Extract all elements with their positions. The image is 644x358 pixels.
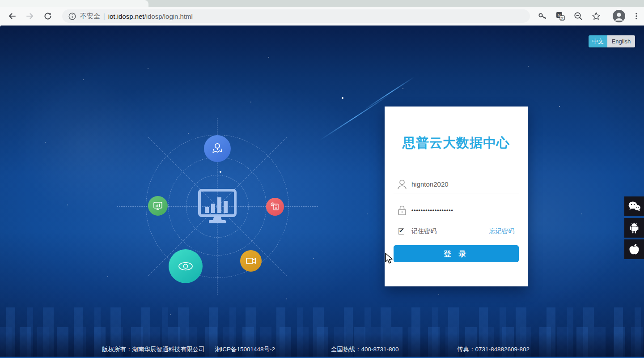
bookmark-star-button[interactable] — [590, 10, 602, 22]
video-camera-icon — [244, 254, 258, 268]
footer-hotline: 全国热线：400-8731-800 — [331, 345, 399, 354]
apple-button[interactable] — [624, 239, 644, 259]
login-page: 中文 English 思普云大数据中心 ✔ 记住密码 忘记密码 登 录 — [0, 26, 644, 358]
eye-monitoring-node — [169, 249, 203, 283]
device-monitor-node — [148, 196, 168, 216]
url-separator: | — [103, 13, 105, 20]
map-location-node — [204, 135, 231, 162]
url-host: iot.idosp.net — [108, 13, 144, 20]
dashboard-monitor-icon — [198, 189, 237, 224]
security-label: 不安全 — [80, 12, 100, 21]
browser-active-tab[interactable] — [0, 0, 148, 7]
android-button[interactable] — [624, 218, 644, 238]
eye-icon — [176, 256, 195, 276]
report-document-icon — [270, 201, 280, 212]
profile-button[interactable] — [612, 9, 626, 23]
android-icon — [628, 222, 640, 234]
password-field-row — [394, 201, 519, 219]
wechat-icon — [627, 200, 641, 212]
kebab-menu-icon — [632, 12, 640, 20]
svg-text:文: 文 — [560, 16, 564, 20]
report-document-node — [266, 198, 284, 216]
remember-label: 记住密码 — [411, 227, 436, 235]
page-title: 思普云大数据中心 — [385, 134, 528, 152]
forward-button[interactable] — [24, 10, 36, 22]
footer: 版权所有：湖南华辰智通科技有限公司 湘ICP备15001448号-2 全国热线：… — [0, 345, 644, 353]
key-icon — [538, 11, 547, 21]
back-button[interactable] — [6, 10, 18, 22]
username-field-row — [394, 175, 519, 193]
chrome-menu-button[interactable] — [630, 10, 643, 22]
zoom-out-icon — [573, 11, 583, 21]
browser-tab-strip — [0, 0, 644, 7]
username-input[interactable] — [411, 180, 510, 188]
page-info-icon[interactable] — [68, 13, 76, 20]
language-toggle: 中文 English — [589, 35, 635, 47]
password-input[interactable] — [411, 207, 510, 213]
footer-copyright: 版权所有：湖南华辰智通科技有限公司 — [102, 345, 205, 354]
video-camera-node — [240, 250, 262, 272]
user-icon — [396, 179, 408, 190]
login-card: 思普云大数据中心 ✔ 记住密码 忘记密码 登 录 — [385, 107, 528, 286]
translate-icon: G 文 — [555, 11, 565, 21]
reload-icon — [43, 12, 52, 21]
social-rail — [624, 196, 644, 259]
apple-icon — [628, 243, 640, 256]
footer-icp-number: 湘ICP备15001448号-2 — [215, 345, 275, 354]
login-button[interactable]: 登 录 — [394, 245, 519, 262]
remember-checkbox[interactable]: ✔ — [398, 228, 404, 234]
reload-button[interactable] — [42, 10, 54, 22]
back-arrow-icon — [8, 12, 17, 21]
url-path: /idosp/login.html — [144, 13, 193, 20]
profile-avatar-icon — [612, 9, 626, 23]
zoom-out-button[interactable] — [572, 10, 585, 22]
footer-fax: 传真：0731-84882609-802 — [457, 345, 530, 354]
map-location-icon — [210, 141, 225, 156]
forgot-password-link[interactable]: 忘记密码 — [489, 227, 514, 235]
remember-row: ✔ 记住密码 忘记密码 — [394, 226, 519, 236]
translate-button[interactable]: G 文 — [554, 10, 567, 22]
lang-english-button[interactable]: English — [607, 35, 635, 47]
background-stars — [0, 26, 1, 26]
browser-toolbar: 不安全 | iot.idosp.net/idosp/login.html G 文 — [0, 7, 644, 26]
address-bar[interactable]: 不安全 | iot.idosp.net/idosp/login.html — [62, 9, 530, 23]
wechat-button[interactable] — [624, 196, 644, 216]
mouse-cursor — [384, 253, 394, 264]
checkbox-check-icon: ✔ — [399, 227, 404, 234]
saved-passwords-button[interactable] — [536, 10, 549, 22]
device-monitor-icon — [152, 200, 164, 212]
lock-icon — [396, 205, 408, 216]
star-icon — [591, 11, 601, 21]
forward-arrow-icon — [25, 12, 34, 21]
lang-chinese-button[interactable]: 中文 — [589, 35, 607, 47]
